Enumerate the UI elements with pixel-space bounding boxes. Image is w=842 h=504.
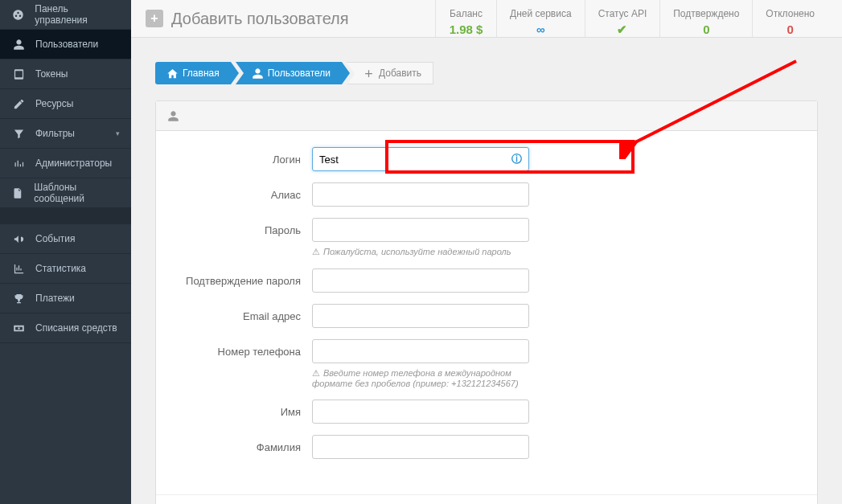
form-panel: Логин ⓘ Алиас Пароль ⚠Пожалуйста, исполь…	[155, 100, 818, 504]
file-icon	[12, 187, 24, 199]
sidebar-item-bars[interactable]: Администраторы	[0, 149, 131, 178]
stat-Баланс: Баланс1.98 $	[435, 0, 496, 37]
row-phone: Номер телефона	[172, 339, 801, 363]
fname-input[interactable]	[312, 400, 529, 424]
horn-icon	[13, 233, 25, 245]
row-lname: Фамилия	[172, 435, 801, 459]
warning-icon: ⚠	[312, 368, 320, 378]
stat-Дней сервиса: Дней сервиса∞	[496, 0, 585, 37]
breadcrumb: ГлавнаяПользователиДобавить	[155, 62, 818, 84]
crumb-label: Добавить	[379, 68, 421, 79]
label-lname: Фамилия	[172, 441, 301, 453]
stat-Подтверждено: Подтверждено0	[659, 0, 752, 37]
sidebar-item-label: Шаблоны сообщений	[34, 182, 120, 204]
chevron-down-icon: ▾	[116, 129, 120, 137]
label-login: Логин	[172, 154, 301, 166]
crumb-user[interactable]: Пользователи	[236, 62, 342, 84]
stat-value: ✔	[598, 23, 647, 37]
sidebar: Панель управленияПользователиТокеныРесур…	[0, 0, 131, 504]
money-icon	[13, 322, 25, 334]
sidebar-item-label: События	[35, 233, 76, 244]
stat-value: 0	[673, 23, 739, 36]
sidebar-item-label: Пользователи	[35, 39, 98, 50]
sidebar-item-chart[interactable]: Статистика	[0, 254, 131, 284]
tablet-icon	[13, 68, 25, 80]
warning-icon: ⚠	[312, 247, 320, 256]
row-email: Email адрес	[172, 304, 801, 328]
crumb-label: Пользователи	[268, 68, 331, 79]
page-title: Добавить пользователя	[171, 10, 349, 28]
content: ГлавнаяПользователиДобавить Логин ⓘ Алиа…	[131, 38, 842, 504]
label-alias: Алиас	[172, 189, 301, 201]
crumb-plus[interactable]: Добавить	[347, 62, 433, 84]
trophy-icon	[13, 293, 25, 305]
stat-label: Подтверждено	[673, 8, 739, 19]
sidebar-item-label: Ресурсы	[35, 98, 73, 109]
phone-hint: ⚠Введите номер телефона в международном …	[312, 368, 537, 388]
sidebar-item-label: Списания средств	[35, 322, 117, 334]
page-title-wrap: + Добавить пользователя	[146, 10, 349, 28]
chart-icon	[13, 263, 25, 275]
sidebar-item-edit[interactable]: Ресурсы	[0, 89, 131, 119]
label-password: Пароль	[172, 224, 301, 236]
main-area: + Добавить пользователя Баланс1.98 $Дней…	[131, 0, 842, 504]
row-fname: Имя	[172, 400, 801, 424]
user-icon	[252, 68, 264, 80]
phone-input[interactable]	[312, 339, 529, 363]
user-icon	[13, 39, 25, 51]
sidebar-item-label: Панель управления	[35, 3, 120, 26]
panel-header	[156, 101, 817, 131]
row-login: Логин ⓘ	[172, 147, 801, 171]
sidebar-item-label: Статистика	[35, 263, 86, 274]
sidebar-item-label: Токены	[35, 68, 68, 80]
sidebar-item-dashboard[interactable]: Панель управления	[0, 0, 131, 30]
panel-body: Логин ⓘ Алиас Пароль ⚠Пожалуйста, исполь…	[156, 131, 817, 494]
stat-label: Баланс	[449, 8, 483, 19]
stat-label: Отклонено	[766, 8, 815, 19]
sidebar-item-money[interactable]: Списания средств	[0, 313, 131, 343]
menu-separator	[0, 208, 131, 224]
stat-label: Дней сервиса	[510, 8, 572, 19]
home-icon	[166, 68, 179, 80]
password-hint: ⚠Пожалуйста, используйте надежный пароль	[312, 247, 537, 257]
stat-value: 1.98 $	[449, 23, 483, 36]
stat-Отклонено: Отклонено0	[752, 0, 828, 37]
sidebar-item-trophy[interactable]: Платежи	[0, 284, 131, 313]
stat-value: ∞	[510, 23, 572, 36]
row-passconf: Подтверждение пароля	[172, 268, 801, 293]
crumb-label: Главная	[183, 68, 220, 79]
edit-icon	[13, 98, 25, 110]
sidebar-item-filter[interactable]: Фильтры▾	[0, 119, 131, 149]
lname-input[interactable]	[312, 435, 529, 459]
sidebar-item-tablet[interactable]: Токены	[0, 59, 131, 89]
sidebar-item-user[interactable]: Пользователи	[0, 30, 131, 59]
sidebar-item-label: Администраторы	[35, 158, 112, 169]
row-password: Пароль	[172, 218, 801, 242]
bars-icon	[13, 158, 25, 170]
dashboard-icon	[12, 9, 24, 21]
alias-input[interactable]	[312, 182, 529, 207]
sidebar-item-file[interactable]: Шаблоны сообщений	[0, 178, 131, 208]
stat-label: Статус API	[598, 8, 647, 19]
plus-icon	[363, 68, 375, 80]
stat-value: 0	[766, 23, 815, 36]
label-fname: Имя	[172, 406, 301, 418]
filter-icon	[13, 128, 25, 140]
label-passconf: Подтверждение пароля	[172, 275, 301, 287]
form-actions: Сохранить Отмена	[156, 494, 817, 504]
plus-icon: +	[146, 10, 163, 27]
login-input[interactable]	[312, 147, 529, 171]
passconf-input[interactable]	[312, 268, 529, 293]
user-icon	[167, 110, 179, 122]
sidebar-item-label: Фильтры	[35, 128, 75, 139]
password-input[interactable]	[312, 218, 529, 242]
sidebar-item-label: Платежи	[35, 293, 75, 304]
crumb-home[interactable]: Главная	[155, 62, 231, 84]
email-input[interactable]	[312, 304, 529, 328]
label-phone: Номер телефона	[172, 346, 301, 358]
topbar: + Добавить пользователя Баланс1.98 $Дней…	[131, 0, 842, 38]
label-email: Email адрес	[172, 310, 301, 322]
stat-Статус API: Статус API✔	[585, 0, 660, 37]
sidebar-item-horn[interactable]: События	[0, 224, 131, 254]
row-alias: Алиас	[172, 182, 801, 207]
